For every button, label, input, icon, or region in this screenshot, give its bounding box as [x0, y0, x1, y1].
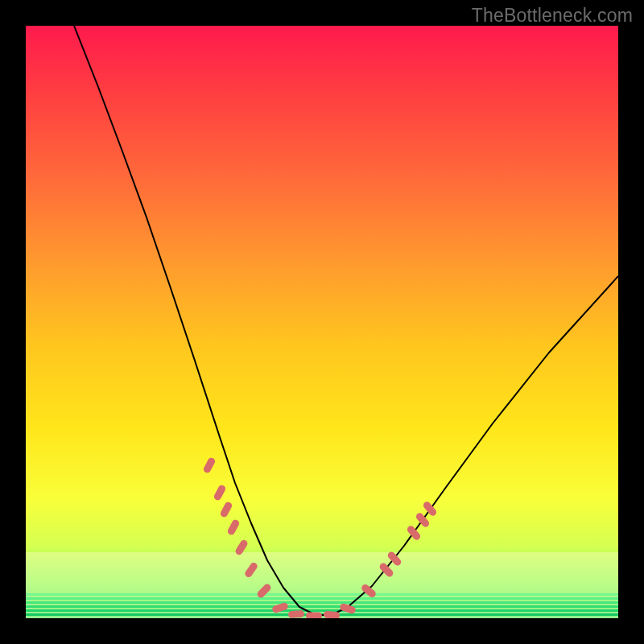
bottleneck-curve: [74, 26, 618, 615]
green-stripe: [26, 593, 618, 596]
green-stripe: [26, 605, 618, 608]
bottom-band-rect: [26, 552, 618, 618]
green-stripe: [26, 609, 618, 612]
plot-area: [26, 26, 618, 618]
dash-marker: [202, 456, 216, 474]
dash-marker: [219, 501, 233, 518]
watermark-text: TheBottleneck.com: [472, 5, 633, 27]
bottom-highlight-band: [26, 552, 618, 618]
green-stripe: [26, 597, 618, 600]
dash-marker: [288, 610, 305, 618]
plot-svg: [26, 26, 618, 618]
dash-marker: [226, 518, 240, 536]
dash-marker: [415, 511, 431, 528]
green-stripe: [26, 601, 618, 604]
chart-frame: TheBottleneck.com: [0, 0, 644, 644]
dash-marker: [306, 613, 322, 619]
dash-marker: [213, 484, 226, 502]
bottleneck-curve-path: [74, 26, 618, 615]
